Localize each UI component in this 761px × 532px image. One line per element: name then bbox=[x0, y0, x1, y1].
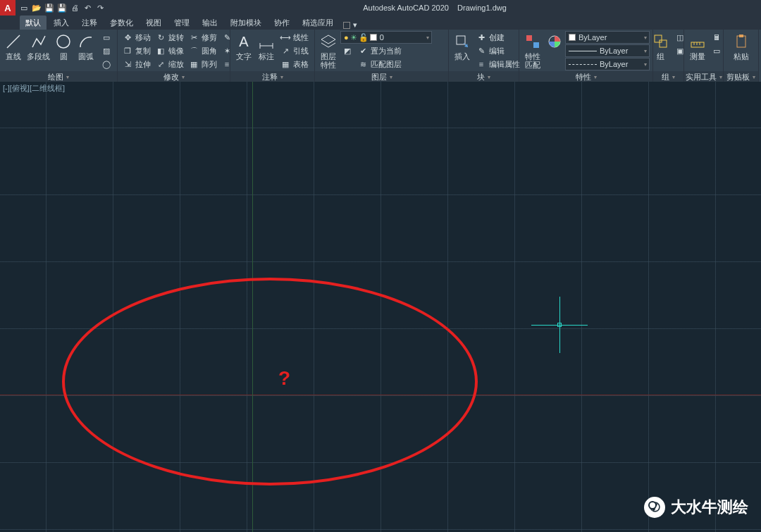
arc-button[interactable]: 圆弧 bbox=[75, 31, 97, 62]
new-icon[interactable]: ▭ bbox=[18, 2, 30, 13]
rect-button[interactable]: ▭ bbox=[99, 31, 113, 44]
copy-icon: ❐ bbox=[122, 45, 133, 56]
dim-button[interactable]: 标注 bbox=[256, 31, 277, 62]
svg-rect-13 bbox=[691, 42, 704, 47]
fillet-button[interactable]: ⌒圆角 bbox=[187, 44, 218, 57]
ribbon: 直线 多段线 圆 圆弧 ▭ ▨ ◯ 绘图 ✥移 bbox=[0, 30, 761, 83]
plot-icon[interactable]: 🖨 bbox=[69, 2, 80, 13]
panel-properties: 特性 匹配 ByLayer ByLayer ByLayer 特性 bbox=[519, 30, 653, 82]
polyline-button[interactable]: 多段线 bbox=[25, 31, 51, 62]
match-props-button[interactable]: 特性 匹配 bbox=[522, 31, 543, 70]
layers-icon bbox=[319, 32, 338, 51]
panel-utilities: 测量 🖩 ▭ 实用工具 bbox=[684, 30, 724, 82]
saveas-icon[interactable]: 💾 bbox=[56, 2, 68, 13]
panel-modify-label[interactable]: 修改 bbox=[118, 71, 230, 82]
layer-props-button[interactable]: 图层 特性 bbox=[318, 31, 339, 70]
panel-group-label[interactable]: 组 bbox=[653, 71, 683, 82]
polyline-icon bbox=[30, 32, 48, 51]
leader-button[interactable]: ↗引线 bbox=[278, 44, 310, 57]
panel-block-label[interactable]: 块 bbox=[449, 71, 519, 82]
panel-props-label[interactable]: 特性 bbox=[519, 71, 652, 82]
leader-icon: ↗ bbox=[280, 45, 291, 56]
open-icon[interactable]: 📂 bbox=[31, 2, 42, 13]
panel-group: 组 ◫ ▣ 组 bbox=[653, 30, 684, 82]
annotation-ellipse bbox=[62, 278, 478, 485]
scale-button[interactable]: ⤢缩放 bbox=[154, 58, 185, 70]
color-wheel-button[interactable] bbox=[545, 31, 564, 52]
group-button[interactable]: 组 bbox=[650, 31, 672, 62]
tab-insert[interactable]: 插入 bbox=[48, 16, 75, 30]
tab-extras[interactable]: ▾ bbox=[343, 20, 357, 30]
panel-clip-label[interactable]: 剪贴板 bbox=[724, 71, 758, 82]
linear-dim-button[interactable]: ⟷线性 bbox=[278, 31, 310, 44]
insert-block-button[interactable]: 插入 bbox=[452, 31, 473, 62]
rotate-button[interactable]: ↻旋转 bbox=[154, 31, 185, 44]
lineweight-dropdown[interactable]: ByLayer bbox=[565, 44, 650, 57]
panel-draw-label[interactable]: 绘图 bbox=[0, 71, 117, 82]
svg-marker-5 bbox=[321, 35, 335, 44]
calc-button[interactable]: 🖩 bbox=[710, 31, 724, 44]
tab-featured[interactable]: 精选应用 bbox=[297, 16, 339, 30]
edit-block-button[interactable]: ✎编辑 bbox=[474, 44, 521, 57]
paste-button[interactable]: 粘贴 bbox=[731, 31, 752, 62]
tab-annotate[interactable]: 注释 bbox=[76, 16, 103, 30]
color-dropdown[interactable]: ByLayer bbox=[565, 31, 650, 44]
line-button[interactable]: 直线 bbox=[3, 31, 24, 62]
svg-rect-12 bbox=[660, 40, 667, 47]
hatch-button[interactable]: ▨ bbox=[99, 44, 113, 57]
tab-parametric[interactable]: 参数化 bbox=[104, 16, 139, 30]
window-title: Autodesk AutoCAD 2020 Drawing1.dwg bbox=[109, 4, 761, 12]
mirror-icon: ◧ bbox=[155, 45, 166, 56]
stretch-icon: ⇲ bbox=[122, 58, 133, 70]
tab-collab[interactable]: 协作 bbox=[268, 16, 295, 30]
tab-addins[interactable]: 附加模块 bbox=[225, 16, 267, 30]
panel-layers: 图层 特性 ●☀🔓 0 ◩ ✔置为当前 ≋匹配图层 bbox=[315, 30, 449, 82]
table-icon: ▦ bbox=[280, 58, 291, 70]
insert-icon bbox=[453, 32, 471, 51]
current-layer: 0 bbox=[380, 33, 384, 42]
set-current-button[interactable]: ✔置为当前 bbox=[356, 44, 403, 57]
measure-button[interactable]: 测量 bbox=[687, 31, 708, 62]
select-button[interactable]: ▭ bbox=[710, 44, 724, 57]
tab-output[interactable]: 输出 bbox=[197, 16, 223, 30]
ellipse-button[interactable]: ◯ bbox=[99, 58, 113, 70]
layer-dropdown[interactable]: ●☀🔓 0 bbox=[340, 31, 432, 44]
rectangle-icon: ▭ bbox=[101, 32, 112, 43]
tab-view[interactable]: 视图 bbox=[140, 16, 167, 30]
linetype-dropdown[interactable]: ByLayer bbox=[565, 58, 650, 70]
text-icon: A bbox=[235, 32, 253, 51]
panel-util-label[interactable]: 实用工具 bbox=[684, 71, 723, 82]
edit-icon: ✎ bbox=[476, 45, 487, 56]
match-layer-button[interactable]: ≋匹配图层 bbox=[356, 58, 403, 70]
ribbon-tabs: 默认 插入 注释 参数化 视图 管理 输出 附加模块 协作 精选应用 ▾ bbox=[0, 16, 761, 30]
table-button[interactable]: ▦表格 bbox=[278, 58, 310, 70]
wechat-icon: ✆ bbox=[644, 497, 665, 518]
arc-icon bbox=[77, 32, 95, 51]
crosshair-cursor bbox=[531, 297, 588, 353]
stretch-button[interactable]: ⇲拉伸 bbox=[120, 58, 152, 70]
tab-default[interactable]: 默认 bbox=[20, 16, 47, 30]
copy-button[interactable]: ❐复制 bbox=[120, 44, 152, 57]
trim-button[interactable]: ✂修剪 bbox=[187, 31, 218, 44]
circle-button[interactable]: 圆 bbox=[53, 31, 74, 62]
array-button[interactable]: ▦阵列 bbox=[187, 58, 218, 70]
layer-tool1[interactable]: ◩ bbox=[340, 44, 354, 57]
move-button[interactable]: ✥移动 bbox=[120, 31, 152, 44]
create-block-button[interactable]: ✚创建 bbox=[474, 31, 521, 44]
viewport-label[interactable]: [-][俯视][二维线框] bbox=[3, 83, 65, 94]
save-icon[interactable]: 💾 bbox=[44, 2, 55, 13]
drawing-canvas[interactable]: [-][俯视][二维线框] ? ✆ 大水牛测绘 bbox=[0, 82, 761, 532]
redo-icon[interactable]: ↷ bbox=[94, 2, 106, 13]
svg-rect-8 bbox=[526, 35, 532, 41]
panel-layers-label[interactable]: 图层 bbox=[315, 71, 448, 82]
undo-icon[interactable]: ↶ bbox=[82, 2, 93, 13]
tab-manage[interactable]: 管理 bbox=[168, 16, 195, 30]
watermark-text: 大水牛测绘 bbox=[671, 497, 748, 518]
app-logo[interactable]: A bbox=[0, 0, 16, 16]
text-button[interactable]: A 文字 bbox=[233, 31, 254, 62]
panel-annot-label[interactable]: 注释 bbox=[230, 71, 314, 82]
edit-attr-button[interactable]: ≡编辑属性 bbox=[474, 58, 521, 70]
measure-icon bbox=[688, 32, 707, 51]
mirror-button[interactable]: ◧镜像 bbox=[154, 44, 185, 57]
rotate-icon: ↻ bbox=[155, 32, 166, 43]
